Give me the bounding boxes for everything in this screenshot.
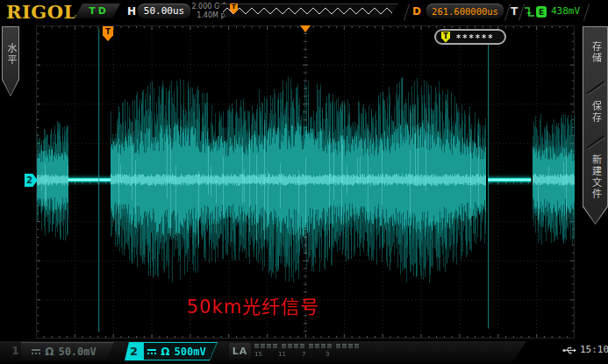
- channel2-impedance: Ω: [161, 346, 169, 358]
- trigger-label: T: [511, 5, 518, 18]
- menu-item-save[interactable]: 保存: [589, 101, 603, 124]
- timebase-value: 50.00us: [144, 5, 184, 17]
- trigger-shield-icon: T: [441, 32, 450, 43]
- brand-logo: RIGOL: [6, 1, 77, 23]
- channel1-status-box[interactable]: Ω 50.0mV: [21, 342, 114, 360]
- top-status-bar: RIGOL TD H 50.00us 2.000 G Sa/s 1.40M pt…: [0, 0, 608, 25]
- channel1-scale: 50.0mV: [58, 346, 96, 358]
- la-group: [282, 344, 304, 348]
- waveform-overview-bar[interactable]: [218, 4, 398, 18]
- separator: [583, 4, 590, 20]
- trigger-status-badge: TD: [75, 4, 120, 18]
- menu-divider: [587, 135, 605, 148]
- right-menu-tab: 存储 保存 新建文件: [583, 26, 608, 225]
- logic-channel-indicators: [254, 344, 359, 348]
- annotation-text: 50km光纤信号: [187, 292, 319, 318]
- menu-divider: [587, 81, 605, 94]
- oscilloscope-screen: RIGOL TD H 50.00us 2.000 G Sa/s 1.40M pt…: [0, 0, 608, 364]
- bottom-status-bar: 1 Ω 50.0mV 2 Ω 500mV LA: [0, 340, 608, 364]
- channel1-impedance: Ω: [45, 346, 54, 358]
- separator: [404, 4, 410, 20]
- channel2-scale: 500mV: [175, 346, 206, 358]
- separator: [504, 4, 511, 20]
- trigger-info-pill[interactable]: T ******: [434, 29, 506, 45]
- left-menu-tab-horizontal[interactable]: 水平: [2, 26, 19, 96]
- delay-value: 261.600000us: [432, 6, 498, 17]
- channel1-number: 1: [11, 344, 19, 357]
- edge-trigger-type-icon: E: [536, 6, 547, 18]
- delay-label: D: [412, 5, 421, 18]
- overview-zigzag-icon: [218, 4, 398, 18]
- logic-analyzer-badge[interactable]: LA: [229, 343, 251, 360]
- overview-zigzag-line: [221, 8, 393, 14]
- menu-item-storage[interactable]: 存储: [589, 41, 603, 64]
- falling-edge-trigger-icon: [524, 5, 535, 18]
- horizontal-label: H: [127, 5, 136, 18]
- clock: 15:10: [580, 344, 608, 355]
- left-tab-label: 水平: [4, 43, 18, 66]
- delay-box[interactable]: 261.600000us: [426, 4, 504, 18]
- logic-channel-labels: 15 11 7 3: [254, 351, 349, 358]
- trigger-status-label: TD: [89, 5, 109, 17]
- menu-item-new-file[interactable]: 新建文件: [589, 154, 603, 200]
- timebase-box[interactable]: 50.00us: [138, 4, 190, 18]
- trigger-center-marker-icon: [300, 25, 311, 32]
- dc-coupling-icon: [32, 349, 40, 354]
- trigger-pill-text: ******: [456, 33, 494, 43]
- channel2-status-box[interactable]: Ω 500mV: [143, 342, 218, 360]
- trigger-level-value: 438mV: [551, 5, 580, 17]
- dc-coupling-icon: [147, 349, 156, 354]
- la-group: [254, 344, 277, 348]
- la-group: [309, 344, 332, 348]
- la-group: [336, 344, 359, 348]
- usb-icon: [562, 346, 577, 355]
